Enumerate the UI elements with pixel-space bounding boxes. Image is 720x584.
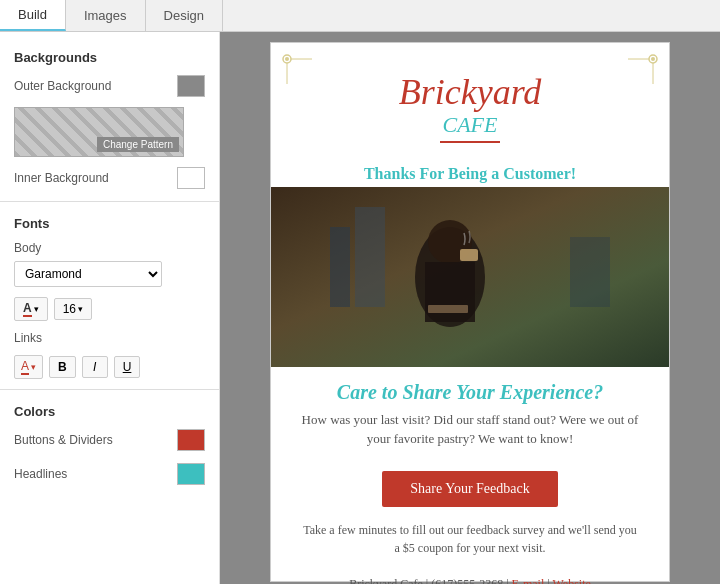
svg-rect-16 — [428, 305, 468, 313]
care-body: How was your last visit? Did our staff s… — [271, 410, 669, 463]
links-label: Links — [14, 331, 42, 345]
feedback-button-wrap: Share Your Feedback — [271, 463, 669, 521]
main-layout: Backgrounds Outer Background Change Patt… — [0, 32, 720, 584]
website-link[interactable]: Website — [552, 577, 590, 584]
email-header: Brickyard CAFE — [271, 43, 669, 157]
divider-2 — [0, 389, 219, 390]
coupon-text: Take a few minutes to fill out our feedb… — [271, 521, 669, 571]
inner-background-row: Inner Background — [0, 161, 219, 195]
link-color-button[interactable]: A ▾ — [14, 355, 43, 379]
font-color-button[interactable]: A ▾ — [14, 297, 48, 321]
outer-background-row: Outer Background — [0, 69, 219, 103]
email-image — [271, 187, 669, 367]
email-card: Brickyard CAFE Thanks For Being a Custom… — [270, 42, 670, 582]
outer-background-label: Outer Background — [14, 79, 111, 93]
backgrounds-header: Backgrounds — [0, 42, 219, 69]
buttons-dividers-label: Buttons & Dividers — [14, 433, 113, 447]
headlines-swatch[interactable] — [177, 463, 205, 485]
headlines-row: Headlines — [0, 457, 219, 491]
font-color-arrow: ▾ — [34, 304, 39, 314]
tagline: Thanks For Being a Customer! — [271, 157, 669, 187]
buttons-dividers-row: Buttons & Dividers — [0, 423, 219, 457]
share-feedback-button[interactable]: Share Your Feedback — [382, 471, 557, 507]
bold-button[interactable]: B — [49, 356, 76, 378]
pattern-preview: Change Pattern — [14, 107, 184, 157]
outer-background-swatch[interactable] — [177, 75, 205, 97]
font-controls: A ▾ 16 ▾ — [0, 293, 219, 325]
top-tabs: Build Images Design — [0, 0, 720, 32]
font-size-arrow: ▾ — [78, 304, 83, 314]
email-link[interactable]: E-mail — [512, 577, 545, 584]
buttons-dividers-swatch[interactable] — [177, 429, 205, 451]
inner-background-swatch[interactable] — [177, 167, 205, 189]
footer-text: Brickyard Cafe | (617)555-2368 | E-mail … — [271, 571, 669, 584]
underline-button[interactable]: U — [114, 356, 141, 378]
svg-rect-9 — [330, 227, 350, 307]
tab-build[interactable]: Build — [0, 0, 66, 31]
font-size-button[interactable]: 16 ▾ — [54, 298, 92, 320]
divider-1 — [0, 201, 219, 202]
font-select[interactable]: Garamond Arial Times New Roman — [14, 261, 162, 287]
preview-area: Brickyard CAFE Thanks For Being a Custom… — [220, 32, 720, 584]
links-label-row: Links — [0, 325, 219, 351]
change-pattern-button[interactable]: Change Pattern — [97, 137, 179, 152]
brand-underline — [440, 141, 500, 143]
tab-design[interactable]: Design — [146, 0, 223, 31]
sidebar: Backgrounds Outer Background Change Patt… — [0, 32, 220, 584]
colors-header: Colors — [0, 396, 219, 423]
inner-background-label: Inner Background — [14, 171, 109, 185]
body-label-row: Body — [0, 235, 219, 261]
italic-button[interactable]: I — [82, 356, 108, 378]
svg-rect-11 — [570, 237, 610, 307]
fonts-header: Fonts — [0, 208, 219, 235]
svg-rect-10 — [355, 207, 385, 307]
headlines-label: Headlines — [14, 467, 67, 481]
svg-rect-15 — [460, 249, 478, 261]
links-controls: A ▾ B I U — [0, 351, 219, 383]
care-heading: Care to Share Your Experience? — [271, 367, 669, 410]
tab-images[interactable]: Images — [66, 0, 146, 31]
body-font-label: Body — [14, 241, 41, 255]
brand-name: Brickyard CAFE — [291, 73, 649, 137]
